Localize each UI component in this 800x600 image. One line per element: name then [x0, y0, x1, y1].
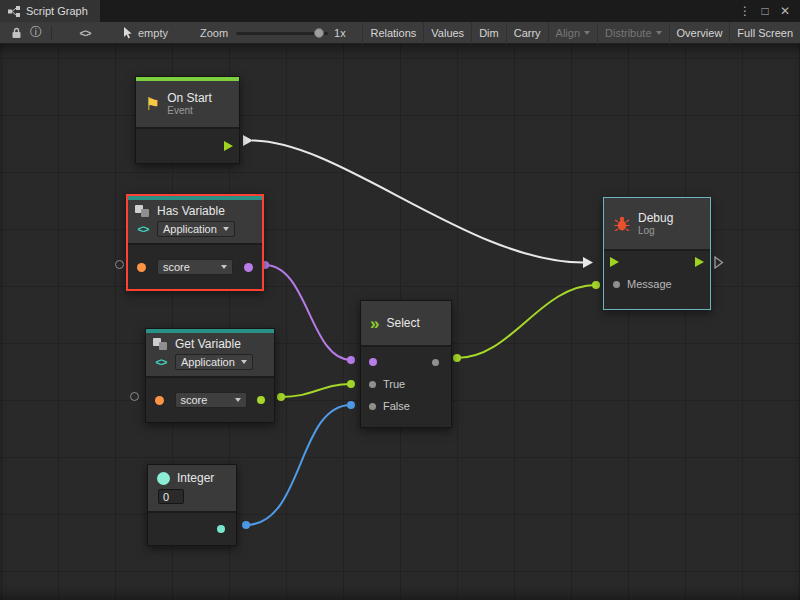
- false-input-port[interactable]: [369, 403, 376, 410]
- true-input-port[interactable]: [369, 381, 376, 388]
- wire-getvariable-to-select-true[interactable]: [281, 384, 351, 397]
- zoom-label: Zoom: [200, 27, 228, 39]
- node-integer[interactable]: Integer 0: [147, 464, 237, 546]
- node-get-variable[interactable]: Get Variable <> Application score: [145, 328, 275, 423]
- window-maximize-button[interactable]: □: [756, 2, 774, 20]
- integer-output-port[interactable]: [217, 525, 225, 533]
- button-label: Align: [556, 27, 580, 39]
- bool-output-port[interactable]: [244, 263, 253, 272]
- control-input-port[interactable]: [610, 257, 619, 267]
- variable-name-value: score: [163, 261, 190, 273]
- selection-label: empty: [138, 27, 168, 39]
- select-merge-icon: »: [370, 315, 379, 332]
- flag-icon: ⚑: [145, 96, 160, 113]
- chevron-down-icon: [221, 265, 227, 269]
- wire-onstart-to-log[interactable]: [252, 141, 583, 263]
- condition-input-port[interactable]: [369, 358, 377, 366]
- wire-select-to-log-message[interactable]: [457, 285, 596, 358]
- variable-name-dropdown[interactable]: score: [175, 392, 247, 408]
- variable-name-input-port[interactable]: [137, 263, 146, 272]
- chevron-down-icon: [241, 360, 247, 364]
- variable-name-input-port[interactable]: [155, 396, 164, 405]
- wire-endpoint-dot: [453, 354, 461, 362]
- button-label: Carry: [514, 27, 541, 39]
- node-title: Integer: [177, 471, 214, 485]
- wire-endpoint-dot: [277, 393, 285, 401]
- button-label: Overview: [677, 27, 723, 39]
- variables-icon: [153, 338, 169, 351]
- distribute-button[interactable]: Distribute: [597, 22, 668, 44]
- message-port-label: Message: [627, 278, 672, 290]
- wire-endpoint-dot: [347, 356, 355, 364]
- align-button[interactable]: Align: [548, 22, 597, 44]
- relations-button[interactable]: Relations: [362, 22, 423, 44]
- zoom-slider-handle[interactable]: [314, 28, 324, 38]
- value-output-port[interactable]: [257, 396, 265, 404]
- titlebar: Script Graph ⋮ □ ✕: [0, 0, 800, 22]
- fullscreen-button[interactable]: Full Screen: [729, 22, 800, 44]
- wire-hasvariable-to-select[interactable]: [265, 265, 351, 360]
- button-label: Values: [431, 27, 464, 39]
- node-title: Has Variable: [157, 204, 225, 218]
- variable-name-dropdown[interactable]: score: [157, 259, 233, 275]
- true-port-label: True: [383, 378, 405, 390]
- graph-toolbar: ⓘ <> empty Zoom 1x Relations Values Dim …: [0, 22, 800, 44]
- node-on-start[interactable]: ⚑ On Start Event: [135, 76, 240, 164]
- control-output-port[interactable]: [695, 257, 704, 267]
- unconnected-port-ring[interactable]: [130, 392, 139, 401]
- chevron-down-icon: [235, 398, 241, 402]
- graph-canvas[interactable]: ⚑ On Start Event Has Variable <> Appl: [0, 44, 800, 600]
- unconnected-port-ring[interactable]: [115, 260, 124, 269]
- variable-scope-dropdown[interactable]: Application: [175, 354, 253, 370]
- integer-value-field[interactable]: 0: [158, 489, 184, 504]
- carry-button[interactable]: Carry: [506, 22, 548, 44]
- tab-script-graph[interactable]: Script Graph: [0, 0, 100, 22]
- zoom-slider[interactable]: [236, 22, 328, 44]
- unconnected-control-arrow[interactable]: [714, 256, 724, 269]
- node-select[interactable]: » Select True False: [360, 300, 452, 428]
- lock-icon[interactable]: [6, 22, 26, 44]
- wire-integer-to-select-false[interactable]: [246, 405, 351, 525]
- variables-icon: [135, 205, 151, 218]
- message-input-port[interactable]: [613, 281, 620, 288]
- overview-button[interactable]: Overview: [669, 22, 730, 44]
- bug-icon: [614, 216, 630, 231]
- node-subtitle: Log: [638, 225, 673, 237]
- integer-icon: [157, 472, 170, 485]
- node-has-variable[interactable]: Has Variable <> Application score: [126, 194, 264, 291]
- message-row: Message: [604, 273, 710, 295]
- script-graph-window: Script Graph ⋮ □ ✕ ⓘ <> empty Zoom: [0, 0, 800, 600]
- info-icon[interactable]: ⓘ: [26, 22, 46, 44]
- wire-endpoint-dot: [347, 401, 355, 409]
- window-menu-button[interactable]: ⋮: [736, 2, 754, 20]
- window-controls: ⋮ □ ✕: [736, 0, 800, 22]
- scope-icon: <>: [135, 223, 151, 235]
- wire-arrow-start: [243, 135, 253, 146]
- variable-scope-dropdown[interactable]: Application: [157, 221, 235, 237]
- window-close-button[interactable]: ✕: [776, 2, 794, 20]
- control-flow-row: [604, 251, 710, 273]
- wire-endpoint-dot: [242, 521, 250, 529]
- wire-arrow-end: [583, 257, 593, 268]
- selection-output-port[interactable]: [432, 359, 439, 366]
- select-true-row: True: [361, 373, 451, 395]
- false-port-label: False: [383, 400, 410, 412]
- button-label: Dim: [479, 27, 499, 39]
- chevron-down-icon: [656, 31, 662, 35]
- scope-icon: <>: [153, 356, 169, 368]
- cursor-icon: [123, 27, 133, 39]
- chevron-down-icon: [223, 227, 229, 231]
- wire-endpoint-dot: [592, 281, 600, 289]
- node-debug-log[interactable]: Debug Log Message: [603, 197, 711, 310]
- values-button[interactable]: Values: [423, 22, 471, 44]
- node-subtitle: Event: [167, 105, 212, 117]
- node-title: Get Variable: [175, 337, 241, 351]
- node-title: Debug: [638, 211, 673, 225]
- variable-name-value: score: [181, 394, 208, 406]
- control-output-port[interactable]: [224, 141, 233, 151]
- zoom-value: 1x: [334, 27, 346, 39]
- node-title: Select: [386, 316, 419, 330]
- graph-icon: [8, 6, 20, 17]
- dim-button[interactable]: Dim: [471, 22, 506, 44]
- code-view-icon[interactable]: <>: [75, 22, 95, 44]
